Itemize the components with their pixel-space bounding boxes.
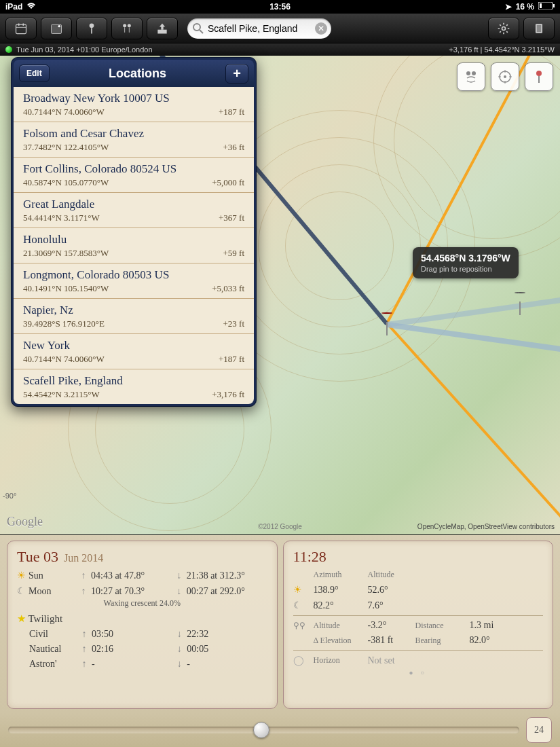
main-toolbar: ✕: [0, 14, 560, 43]
location-item[interactable]: Fort Collins, Colorado 80524 US40.5874°N…: [14, 158, 254, 193]
add-location-button[interactable]: +: [225, 64, 248, 84]
location-item[interactable]: Great Langdale54.4414°N 3.1171°W+367 ft: [14, 193, 254, 228]
moon-label: Moon: [29, 586, 76, 597]
battery-icon: [538, 2, 555, 12]
location-search-input[interactable]: [187, 18, 331, 39]
calendar-button[interactable]: [5, 18, 37, 39]
horizon-icon: ◯: [293, 655, 314, 666]
center-button[interactable]: [491, 62, 519, 91]
sun-altitude: 52.6°: [368, 585, 415, 596]
sun-label: Sun: [29, 570, 76, 581]
slider-thumb[interactable]: [253, 722, 269, 738]
gps-status-icon: [5, 46, 12, 53]
drop-pin-button[interactable]: [525, 62, 553, 91]
search-icon: [193, 23, 204, 37]
moon-icon: ☾: [17, 585, 26, 597]
clear-search-icon[interactable]: ✕: [315, 22, 327, 35]
settings-button[interactable]: [488, 18, 519, 39]
location-elev: +23 ft: [223, 318, 244, 329]
info-strip: Tue Jun 03, 2014 +01:00 Europe/London +3…: [0, 43, 560, 56]
svg-point-18: [502, 26, 506, 30]
moon-altitude: 7.6°: [368, 600, 415, 611]
svg-point-21: [466, 71, 470, 75]
map-copyright: ©2012 Google: [258, 523, 302, 530]
night-calendar-button[interactable]: [41, 18, 72, 39]
location-item[interactable]: Broadway New York 10007 US40.7144°N 74.0…: [14, 87, 254, 122]
locations-popover: Edit Locations + Broadway New York 10007…: [11, 57, 257, 407]
tooltip-coord: 54.4568°N 3.1796°W: [421, 253, 510, 263]
distance: 1.3 mi: [470, 620, 510, 631]
compass-pins-button[interactable]: [111, 18, 143, 39]
delta-elev-header: Δ Elevation: [314, 636, 368, 646]
location-name: Honolulu: [23, 233, 244, 247]
status-time: 13:56: [269, 2, 291, 12]
sun-rise: 04:43 at 47.8°: [91, 570, 172, 581]
nautical-label: Nautical: [29, 644, 77, 655]
location-name: Scafell Pike, England: [23, 374, 244, 388]
time-slider[interactable]: [8, 727, 519, 733]
share-button[interactable]: [147, 18, 178, 39]
date-month: Jun 2014: [64, 552, 103, 564]
down-arrow-icon: ↓: [174, 586, 184, 597]
location-name: New York: [23, 339, 244, 352]
time-panel[interactable]: 11:28 AzimuthAltitude ☀138.9°52.6° ☾82.2…: [283, 541, 554, 709]
wifi-icon: [26, 2, 36, 12]
location-elev: +36 ft: [223, 142, 244, 153]
location-pin-button[interactable]: [76, 18, 107, 39]
date-panel[interactable]: Tue 03Jun 2014 ☀ Sun↑04:43 at 47.8°↓21:3…: [7, 541, 278, 709]
svg-line-17: [200, 30, 203, 33]
date-day: Tue 03: [17, 548, 58, 565]
status-bar: iPad 13:56 ➤ 16 %: [0, 0, 560, 14]
pin-altitude: -3.2°: [368, 620, 415, 631]
degree-label: -90°: [3, 492, 16, 500]
time-slider-row: 24: [0, 713, 560, 747]
svg-point-11: [123, 24, 126, 27]
location-coord: 40.5874°N 105.0770°W: [23, 177, 244, 188]
primary-pin[interactable]: [381, 312, 392, 323]
location-item[interactable]: Napier, Nz39.4928°S 176.9120°E+23 ft: [14, 299, 254, 334]
location-coord: 21.3069°N 157.8583°W: [23, 248, 244, 259]
svg-rect-3: [16, 24, 26, 33]
location-item[interactable]: Folsom and Cesar Chavez37.7482°N 122.410…: [14, 122, 254, 158]
svg-point-29: [536, 71, 542, 76]
map-attribution: OpenCycleMap, OpenStreetView contributor…: [417, 523, 555, 530]
civil-rise: 03:50: [92, 629, 172, 640]
svg-rect-2: [540, 3, 542, 8]
moon-icon: ☾: [293, 600, 314, 611]
civil-label: Civil: [29, 629, 77, 640]
location-coord: 54.4542°N 3.2115°W: [23, 389, 244, 400]
location-elev: +3,176 ft: [212, 389, 244, 400]
moon-set: 00:27 at 292.0°: [187, 586, 267, 597]
svg-point-24: [504, 75, 506, 78]
civil-set: 22:32: [187, 629, 267, 640]
distance-header: Distance: [415, 621, 470, 631]
edit-locations-button[interactable]: Edit: [19, 65, 50, 82]
location-item[interactable]: Scafell Pike, England54.4542°N 3.2115°W+…: [14, 369, 254, 404]
location-item[interactable]: Honolulu21.3069°N 157.8583°W+59 ft: [14, 228, 254, 263]
location-item[interactable]: Longmont, Colorado 80503 US40.1491°N 105…: [14, 263, 254, 299]
pins-icon: ⚲⚲: [293, 621, 314, 631]
page-dots[interactable]: ● ○: [293, 669, 544, 676]
google-logo: Google: [7, 515, 43, 529]
bearing-header: Bearing: [415, 636, 470, 646]
tooltip-hint: Drag pin to reposition: [421, 265, 510, 273]
location-name: Napier, Nz: [23, 304, 244, 317]
location-coord: 37.7482°N 122.4105°W: [23, 142, 244, 153]
location-name: Folsom and Cesar Chavez: [23, 127, 244, 141]
up-arrow-icon: ↑: [79, 570, 88, 581]
location-name: Longmont, Colorado 80503 US: [23, 268, 244, 282]
twilight-label: Twilight: [28, 613, 62, 624]
horizon-value: Not set: [368, 655, 415, 666]
location-coord: 40.7144°N 74.0060°W: [23, 107, 244, 117]
hour-mode-button[interactable]: 24: [526, 717, 552, 743]
swap-pins-button[interactable]: [457, 62, 485, 91]
svg-rect-1: [553, 4, 555, 7]
secondary-pin[interactable]: [515, 292, 525, 303]
location-item[interactable]: New York40.7144°N 74.0060°W+187 ft: [14, 334, 254, 369]
nautical-set: 00:05: [187, 644, 267, 655]
sun-set: 21:38 at 312.3°: [187, 570, 267, 581]
horizon-header: Horizon: [314, 655, 368, 666]
panel-time: 11:28: [293, 548, 544, 566]
help-button[interactable]: [523, 18, 555, 39]
location-coord: 40.1491°N 105.1540°W: [23, 283, 244, 294]
